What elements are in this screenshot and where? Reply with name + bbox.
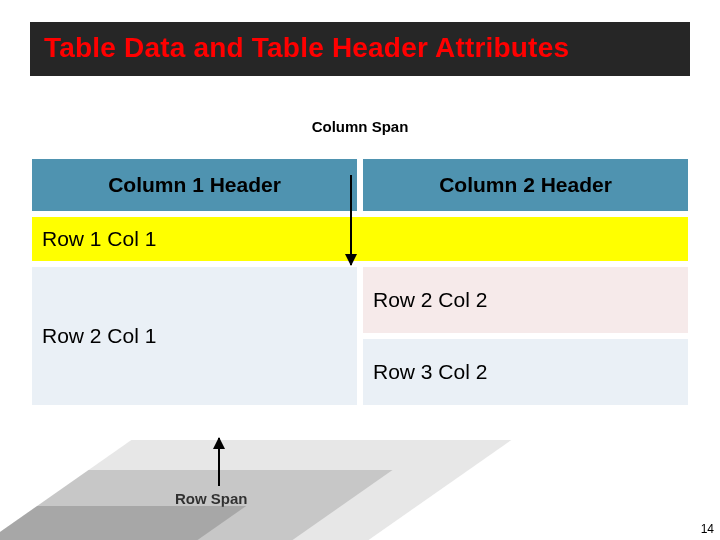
example-table: Column 1 Header Column 2 Header Row 1 Co… <box>26 153 694 411</box>
row-span-arrow <box>218 438 220 486</box>
column-span-label: Column Span <box>0 118 720 135</box>
slide-title-text: Table Data and Table Header Attributes <box>44 32 569 63</box>
page-number: 14 <box>701 522 714 536</box>
table-row-2: Row 2 Col 1 Row 2 Col 2 <box>32 267 688 333</box>
column-span-arrow <box>350 175 352 265</box>
col1-header: Column 1 Header <box>32 159 357 211</box>
slide-title-bar: Table Data and Table Header Attributes <box>30 22 690 76</box>
row2-col1-rowspan: Row 2 Col 1 <box>32 267 357 405</box>
row3-col2: Row 3 Col 2 <box>363 339 688 405</box>
row1-col1-colspan: Row 1 Col 1 <box>32 217 688 261</box>
table-row-1: Row 1 Col 1 <box>32 217 688 261</box>
row2-col2: Row 2 Col 2 <box>363 267 688 333</box>
table-header-row: Column 1 Header Column 2 Header <box>32 159 688 211</box>
col2-header: Column 2 Header <box>363 159 688 211</box>
row-span-label: Row Span <box>175 490 248 507</box>
decorative-wedge <box>0 440 511 540</box>
